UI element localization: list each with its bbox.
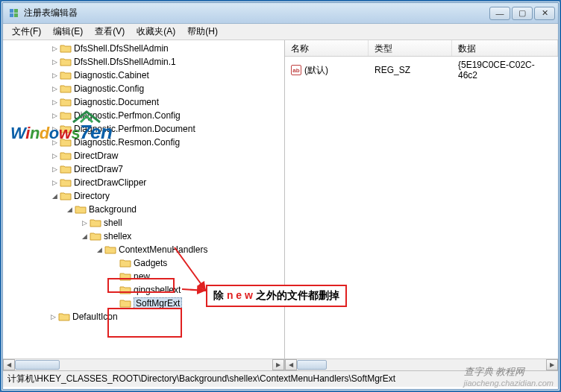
- tree-label: shell: [104, 218, 122, 228]
- expand-icon[interactable]: ▷: [49, 110, 60, 121]
- tree-node[interactable]: ◢Background: [4, 203, 284, 216]
- list-pane[interactable]: 名称 类型 数据 ab (默认) REG_SZ {5E19C0CE-C02C-4…: [285, 40, 558, 370]
- scroll-right-button[interactable]: ▶: [272, 359, 284, 370]
- content-area: ▷DfsShell.DfsShellAdmin▷DfsShell.DfsShel…: [3, 40, 558, 370]
- scroll-left-button[interactable]: ◀: [285, 359, 297, 370]
- collapse-icon[interactable]: ◢: [94, 244, 104, 255]
- folder-icon: [60, 137, 72, 148]
- tree-node[interactable]: ▷Diagnostic.Perfmon.Document: [4, 122, 284, 136]
- expand-icon[interactable]: ▷: [49, 83, 60, 94]
- folder-icon: [60, 151, 72, 161]
- collapse-icon[interactable]: ◢: [49, 191, 60, 201]
- tree-node[interactable]: ▷DfsShell.DfsShellAdmin: [4, 42, 284, 55]
- menu-help[interactable]: 帮助(H): [181, 24, 224, 39]
- tree-label: Diagnostic.Resmon.Config: [74, 137, 180, 148]
- scroll-thumb[interactable]: [297, 360, 327, 370]
- expand-icon[interactable]: ▷: [49, 97, 60, 107]
- titlebar[interactable]: 注册表编辑器 — ▢ ✕: [3, 3, 558, 24]
- tree-label: new: [134, 271, 150, 282]
- tree-node[interactable]: ▷DfsShell.DfsShellAdmin.1: [4, 55, 284, 69]
- expand-icon[interactable]: ▷: [49, 124, 60, 134]
- expander-icon[interactable]: ▷: [48, 312, 58, 322]
- tree-label: Diagnostic.Document: [74, 97, 159, 107]
- folder-icon: [60, 164, 72, 174]
- cell-name: ab (默认): [285, 58, 369, 82]
- scroll-thumb[interactable]: [15, 360, 60, 370]
- collapse-icon[interactable]: ◢: [64, 204, 75, 215]
- col-header-data[interactable]: 数据: [452, 40, 558, 56]
- tree-node[interactable]: new: [4, 270, 284, 283]
- maximize-button[interactable]: ▢: [512, 7, 533, 20]
- window-title: 注册表编辑器: [24, 7, 489, 19]
- expand-icon[interactable]: ▷: [49, 137, 60, 148]
- folder-icon: [60, 177, 72, 188]
- col-header-type[interactable]: 类型: [369, 40, 452, 56]
- tree-label: DfsShell.DfsShellAdmin: [74, 43, 169, 54]
- expand-icon[interactable]: [109, 258, 119, 268]
- expand-icon[interactable]: ▷: [49, 57, 60, 67]
- collapse-icon[interactable]: ◢: [79, 231, 90, 241]
- list-row[interactable]: ab (默认) REG_SZ {5E19C0CE-C02C-46c2: [285, 57, 558, 83]
- tree-node[interactable]: ▷DirectDraw7: [4, 162, 284, 176]
- menu-favorites[interactable]: 收藏夹(A): [131, 24, 181, 39]
- tree-node[interactable]: ▷Diagnostic.Cabinet: [4, 69, 284, 82]
- reg-string-icon: ab: [291, 65, 301, 75]
- tree-node[interactable]: Gadgets: [4, 256, 284, 270]
- expand-icon[interactable]: ▷: [49, 70, 60, 80]
- tree-node[interactable]: ◢Directory: [4, 189, 284, 203]
- expand-icon[interactable]: [109, 298, 119, 309]
- folder-icon: [60, 97, 72, 107]
- expand-icon[interactable]: ▷: [49, 151, 60, 161]
- tree-node[interactable]: ▷DirectDraw: [4, 149, 284, 162]
- tree-node-defaulticon[interactable]: ▷ DefaultIcon: [3, 310, 284, 323]
- expand-icon[interactable]: ▷: [49, 43, 60, 54]
- tree-label: SoftMgrExt: [134, 297, 182, 309]
- folder-icon: [119, 298, 131, 309]
- tree-node[interactable]: ▷Diagnostic.Perfmon.Config: [4, 109, 284, 122]
- expand-icon[interactable]: ▷: [49, 177, 60, 188]
- tree-node[interactable]: ▷shell: [4, 216, 284, 230]
- tree-label: ContextMenuHandlers: [119, 244, 207, 255]
- tree-label: Gadgets: [134, 258, 167, 268]
- menu-view[interactable]: 查看(V): [89, 24, 131, 39]
- tree-label: Diagnostic.Config: [74, 83, 144, 94]
- svg-rect-1: [14, 9, 18, 13]
- expand-icon[interactable]: [109, 285, 119, 295]
- cell-type: REG_SZ: [369, 58, 452, 82]
- svg-rect-0: [10, 9, 13, 13]
- expand-icon[interactable]: [109, 271, 119, 282]
- app-icon: [9, 7, 21, 19]
- menu-edit[interactable]: 编辑(E): [47, 24, 89, 39]
- folder-icon: [60, 83, 72, 94]
- folder-icon: [119, 271, 131, 282]
- tree-label: DirectDraw: [74, 151, 118, 161]
- tree-node[interactable]: ◢shellex: [4, 230, 284, 243]
- tree-label: DirectDrawClipper: [74, 177, 146, 188]
- menu-file[interactable]: 文件(F): [6, 24, 47, 39]
- tree-label: Diagnostic.Cabinet: [74, 70, 149, 80]
- expand-icon[interactable]: ▷: [79, 218, 90, 228]
- folder-icon: [119, 258, 131, 268]
- expand-icon[interactable]: ▷: [49, 164, 60, 174]
- tree-node[interactable]: ▷DirectDrawClipper: [4, 176, 284, 189]
- tree-pane[interactable]: ▷DfsShell.DfsShellAdmin▷DfsShell.DfsShel…: [3, 40, 285, 370]
- tree-node[interactable]: ▷Diagnostic.Document: [4, 95, 284, 109]
- tree-node[interactable]: ◢ContextMenuHandlers: [4, 243, 284, 256]
- tree-node[interactable]: ▷Diagnostic.Resmon.Config: [4, 136, 284, 149]
- minimize-button[interactable]: —: [489, 7, 510, 20]
- folder-icon: [104, 244, 116, 255]
- tree-label: shellex: [104, 231, 131, 241]
- tree-horizontal-scrollbar[interactable]: ◀ ▶: [3, 358, 284, 370]
- tree-label: Diagnostic.Perfmon.Config: [74, 110, 181, 121]
- tree-label: DirectDraw7: [74, 164, 123, 174]
- scroll-left-button[interactable]: ◀: [3, 359, 15, 370]
- registry-editor-window: 注册表编辑器 — ▢ ✕ 文件(F) 编辑(E) 查看(V) 收藏夹(A) 帮助…: [2, 2, 559, 390]
- col-header-name[interactable]: 名称: [285, 40, 369, 56]
- close-button[interactable]: ✕: [534, 7, 555, 20]
- tree-node[interactable]: ▷Diagnostic.Config: [4, 82, 284, 95]
- list-header: 名称 类型 数据: [285, 40, 558, 57]
- status-path: 计算机\HKEY_CLASSES_ROOT\Directory\Backgrou…: [7, 373, 395, 385]
- folder-icon: [75, 204, 87, 215]
- svg-rect-2: [10, 13, 13, 17]
- menubar: 文件(F) 编辑(E) 查看(V) 收藏夹(A) 帮助(H): [3, 24, 558, 40]
